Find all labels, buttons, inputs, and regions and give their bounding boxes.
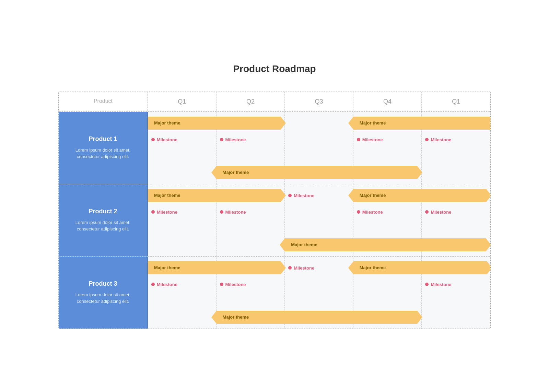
p2-theme-3-label: Major theme bbox=[353, 193, 392, 198]
product-3-cell: Product 3 Lorem ipsum dolor sit amet, co… bbox=[59, 257, 148, 329]
product-1-name: Product 1 bbox=[89, 135, 117, 143]
p3-theme-1: Major theme bbox=[148, 261, 281, 274]
p2-q3: Milestone Major theme bbox=[285, 184, 353, 256]
p1-q4-milestone: Milestone bbox=[357, 136, 418, 143]
p2-q1: Major theme Milestone bbox=[148, 184, 217, 256]
p1-q1-milestone-dot bbox=[151, 138, 155, 141]
p1-theme-1-label: Major theme bbox=[148, 120, 187, 126]
product-3-desc: Lorem ipsum dolor sit amet, consectetur … bbox=[66, 292, 140, 305]
p2-theme-3: Major theme bbox=[353, 189, 486, 202]
p3-theme-1-label: Major theme bbox=[148, 265, 187, 270]
p2-q3-milestone: Milestone bbox=[288, 192, 350, 199]
product-2-cell: Product 2 Lorem ipsum dolor sit amet, co… bbox=[59, 184, 148, 256]
header-q2: Q2 bbox=[217, 92, 285, 111]
header-q4: Q4 bbox=[353, 92, 422, 111]
p1-q1next-milestone-label: Milestone bbox=[431, 137, 451, 142]
roadmap-body: Product 1 Lorem ipsum dolor sit amet, co… bbox=[59, 112, 490, 329]
p3-q1next-milestone: Milestone bbox=[425, 281, 487, 288]
product-row-1: Product 1 Lorem ipsum dolor sit amet, co… bbox=[59, 112, 490, 184]
p2-theme-2: Major theme bbox=[285, 238, 486, 251]
p3-q3-milestone: Milestone bbox=[288, 265, 350, 271]
p1-q1-milestone-label: Milestone bbox=[157, 137, 177, 142]
product-2-name: Product 2 bbox=[89, 208, 117, 215]
p3-theme-3: Major theme bbox=[353, 261, 487, 274]
p1-theme-2: Major theme bbox=[217, 166, 418, 179]
p1-theme-1: Major theme bbox=[148, 117, 281, 130]
p3-q1next: Major theme Milestone bbox=[422, 257, 490, 329]
header-product: Product bbox=[59, 92, 148, 111]
product-row-3: Product 3 Lorem ipsum dolor sit amet, co… bbox=[59, 257, 490, 329]
product-3-name: Product 3 bbox=[89, 280, 117, 287]
product-1-cell: Product 1 Lorem ipsum dolor sit amet, co… bbox=[59, 112, 148, 184]
p3-theme-3-label: Major theme bbox=[353, 265, 392, 270]
p1-theme-2-label: Major theme bbox=[217, 170, 255, 175]
product-3-quarters: Major theme Milestone Milestone bbox=[148, 257, 490, 329]
p1-q1-milestone: Milestone bbox=[151, 136, 213, 143]
p2-theme-2-label: Major theme bbox=[285, 242, 324, 247]
p1-q1next-milestone-dot bbox=[425, 138, 429, 141]
p1-q2-milestone: Milestone bbox=[220, 136, 281, 143]
p2-q1next-milestone: Milestone bbox=[425, 209, 487, 215]
p1-theme-3 bbox=[477, 117, 491, 130]
p2-theme-1-label: Major theme bbox=[148, 193, 187, 198]
p2-q4-milestone: Milestone bbox=[357, 209, 418, 215]
roadmap-table: Product Q1 Q2 Q3 Q4 Q1 Product 1 Lorem i… bbox=[58, 92, 491, 329]
p2-q2-milestone: Milestone bbox=[220, 209, 281, 215]
p1-q4-milestone-dot bbox=[357, 138, 360, 141]
p1-q1: Major theme Milestone bbox=[148, 112, 217, 184]
p3-q1: Major theme Milestone bbox=[148, 257, 217, 329]
p3-q1-milestone: Milestone bbox=[151, 281, 213, 288]
product-1-quarters: Major theme Milestone Milestone bbox=[148, 112, 490, 184]
p1-q2-milestone-dot bbox=[220, 138, 223, 141]
p2-theme-1: Major theme bbox=[148, 189, 281, 202]
p3-theme-2-label: Major theme bbox=[217, 314, 255, 320]
header-q1: Q1 bbox=[148, 92, 217, 111]
p1-theme-3: Major theme bbox=[353, 117, 486, 130]
p1-q1next-milestone: Milestone bbox=[425, 136, 487, 143]
product-2-quarters: Major theme Milestone Milestone bbox=[148, 184, 490, 256]
p2-q1-milestone: Milestone bbox=[151, 209, 213, 215]
product-2-desc: Lorem ipsum dolor sit amet, consectetur … bbox=[66, 219, 140, 233]
p1-q4-milestone-label: Milestone bbox=[362, 137, 383, 142]
header-q3: Q3 bbox=[285, 92, 353, 111]
p3-theme-2: Major theme bbox=[217, 311, 418, 324]
product-1-desc: Lorem ipsum dolor sit amet, consectetur … bbox=[66, 147, 140, 160]
product-row-2: Product 2 Lorem ipsum dolor sit amet, co… bbox=[59, 184, 490, 257]
p3-q2-milestone: Milestone bbox=[220, 281, 281, 288]
header-q1-next: Q1 bbox=[422, 92, 490, 111]
page-title: Product Roadmap bbox=[58, 63, 491, 74]
header-row: Product Q1 Q2 Q3 Q4 Q1 bbox=[59, 92, 490, 112]
p1-q2-milestone-label: Milestone bbox=[225, 137, 246, 142]
